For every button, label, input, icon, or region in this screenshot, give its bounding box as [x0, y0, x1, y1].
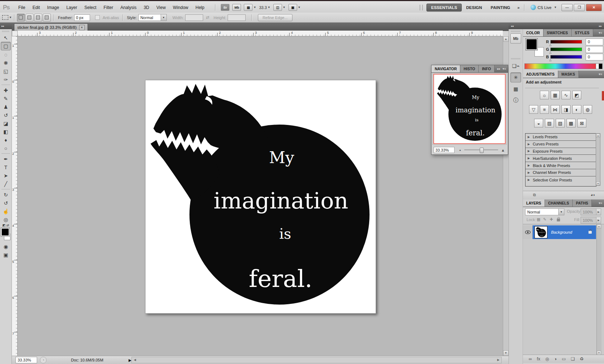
- toolbar-collapse-header[interactable]: ▸▸: [0, 23, 12, 29]
- menu-item[interactable]: Edit: [29, 4, 44, 12]
- type-tool[interactable]: T: [1, 163, 10, 171]
- brush-tool[interactable]: ✎: [1, 94, 10, 103]
- eyedropper-tool[interactable]: ✑: [1, 75, 10, 84]
- collapse-panels-icon[interactable]: ◂◂: [511, 24, 514, 28]
- cs-live-button[interactable]: CS Live ▼: [531, 5, 557, 10]
- status-menu-arrow[interactable]: ▶: [129, 358, 131, 362]
- levels-icon[interactable]: ▦: [551, 91, 560, 99]
- curves-icon[interactable]: ∿: [562, 91, 571, 99]
- presets-scrollbar[interactable]: ▲ ▼: [596, 133, 600, 186]
- panel-tab[interactable]: INFO: [479, 65, 495, 72]
- preset-row[interactable]: ▶ Black & White Presets: [525, 162, 596, 169]
- ruler-origin-box[interactable]: [12, 31, 18, 36]
- move-tool[interactable]: ↖: [1, 33, 10, 42]
- panel-tab[interactable]: COLOR: [523, 29, 543, 36]
- lock-all-icon[interactable]: [557, 219, 560, 221]
- disclosure-triangle-icon[interactable]: ▶: [528, 157, 530, 160]
- 3d-rotate-tool[interactable]: ↻: [1, 190, 10, 199]
- delete-layer-icon[interactable]: ♻: [580, 356, 584, 361]
- scroll-up-icon[interactable]: ▲: [503, 36, 509, 42]
- preset-row[interactable]: ▶ Selective Color Presets: [525, 176, 596, 184]
- refine-edge-button[interactable]: Refine Edge...: [258, 14, 292, 21]
- switch-panel-view-icon[interactable]: ⧉: [533, 193, 536, 197]
- navigator-zoom-slider[interactable]: [464, 149, 498, 151]
- expand-icon[interactable]: ▸▸: [497, 67, 500, 71]
- dodge-tool[interactable]: ○: [1, 144, 10, 152]
- quick-selection-tool[interactable]: ❋: [1, 59, 10, 67]
- add-layer-mask-icon[interactable]: ◎: [545, 356, 549, 361]
- height-input[interactable]: [228, 14, 246, 21]
- 3d-orbit-tool[interactable]: ↺: [1, 199, 10, 207]
- vibrance-icon[interactable]: ▽: [529, 105, 538, 114]
- subtract-selection-mode-button[interactable]: [34, 14, 42, 22]
- workspace-button[interactable]: ESSENTIALS: [426, 4, 462, 12]
- line-tool[interactable]: ╱: [1, 180, 10, 188]
- menu-item[interactable]: 3D: [140, 4, 153, 12]
- scroll-up-icon[interactable]: ▲: [597, 224, 601, 229]
- spectrum-black-swatch[interactable]: [599, 63, 603, 69]
- mini-bridge-icon[interactable]: Mb: [232, 4, 241, 11]
- panel-tab[interactable]: SWATCHES: [543, 29, 572, 36]
- eraser-tool[interactable]: ◪: [1, 119, 10, 127]
- preset-row[interactable]: ▶ Exposure Presets: [525, 148, 596, 155]
- panel-tab[interactable]: NAVIGATOR: [431, 65, 460, 72]
- gradient-tool[interactable]: ◧: [1, 127, 10, 136]
- panel-menu-icon[interactable]: ▾≡: [599, 29, 604, 36]
- preset-row[interactable]: ▶ Levels Presets: [525, 134, 596, 141]
- scroll-up-icon[interactable]: ▲: [596, 134, 600, 138]
- menu-item[interactable]: Help: [192, 4, 208, 12]
- photo-filter-icon[interactable]: ◐: [572, 105, 581, 114]
- preset-row[interactable]: ▶ Hue/Saturation Presets: [525, 155, 596, 162]
- disclosure-triangle-icon[interactable]: ▶: [528, 171, 530, 174]
- add-selection-mode-button[interactable]: [26, 14, 33, 22]
- scroll-left-icon[interactable]: ◀: [132, 357, 138, 363]
- info-panel-icon[interactable]: ⓘ: [510, 95, 521, 105]
- menu-item[interactable]: Analysis: [117, 4, 140, 12]
- screen-mode-button[interactable]: ▣ ▼: [288, 4, 301, 11]
- canvas-pasteboard[interactable]: My imagination is feral.: [18, 36, 503, 356]
- default-colors-icon[interactable]: ◩ ⇄: [0, 224, 12, 227]
- selective-color-icon[interactable]: ⊠: [577, 119, 586, 127]
- layer-row-background[interactable]: Background: [523, 225, 596, 239]
- tool-preset-picker[interactable]: ▼: [2, 15, 12, 20]
- foreground-color-swatch[interactable]: [1, 228, 9, 236]
- scroll-down-icon[interactable]: ▼: [596, 181, 600, 185]
- feather-input[interactable]: 0 px: [74, 14, 90, 21]
- menu-item[interactable]: View: [153, 4, 169, 12]
- width-input[interactable]: [185, 14, 203, 21]
- rectangular-marquee-tool[interactable]: ▢: [1, 42, 11, 50]
- crop-tool[interactable]: ◱: [1, 67, 10, 75]
- status-rotate-icon[interactable]: ◔: [40, 357, 46, 363]
- fill-value[interactable]: 100%: [581, 217, 597, 224]
- layer-thumbnail[interactable]: [534, 226, 547, 238]
- spot-healing-brush-tool[interactable]: ✚: [1, 86, 10, 94]
- color-spectrum-ramp[interactable]: [524, 63, 596, 69]
- channel-slider[interactable]: △: [550, 48, 582, 51]
- disclosure-triangle-icon[interactable]: ▶: [528, 149, 530, 153]
- clone-source-panel-icon[interactable]: ❏⌁: [510, 61, 521, 71]
- panel-tab[interactable]: ADJUSTMENTS: [523, 71, 558, 78]
- menu-item[interactable]: File: [15, 4, 29, 12]
- lock-position-icon[interactable]: ✚: [550, 217, 553, 222]
- workspace-button[interactable]: PAINTING: [486, 4, 514, 11]
- intersect-selection-mode-button[interactable]: [43, 14, 51, 22]
- mini-bridge-panel-icon[interactable]: Mb: [510, 33, 521, 44]
- posterize-icon[interactable]: ▨: [545, 119, 554, 127]
- gradient-map-icon[interactable]: ▩: [567, 119, 576, 127]
- threshold-icon[interactable]: ▧: [556, 119, 565, 127]
- brightness-contrast-icon[interactable]: ☼: [540, 91, 549, 99]
- panel-tab[interactable]: PATHS: [573, 199, 592, 207]
- clip-to-layer-icon[interactable]: ◕◗: [591, 193, 595, 197]
- expand-panels-icon[interactable]: ▸▸: [599, 24, 602, 28]
- new-selection-mode-button[interactable]: [17, 14, 25, 22]
- clone-stamp-tool[interactable]: ♟: [1, 103, 10, 111]
- opacity-value[interactable]: 100%: [581, 208, 597, 215]
- channel-slider[interactable]: △: [550, 55, 582, 59]
- opacity-slider-arrow[interactable]: ▶: [596, 208, 601, 215]
- minimize-button[interactable]: —: [562, 4, 573, 11]
- disclosure-triangle-icon[interactable]: ▶: [528, 178, 530, 181]
- exposure-icon[interactable]: ◩: [572, 91, 581, 99]
- antialias-checkbox[interactable]: [95, 15, 100, 20]
- view-extras-button[interactable]: ▤ ▼: [244, 4, 256, 11]
- status-zoom-input[interactable]: 33.33%: [15, 357, 37, 363]
